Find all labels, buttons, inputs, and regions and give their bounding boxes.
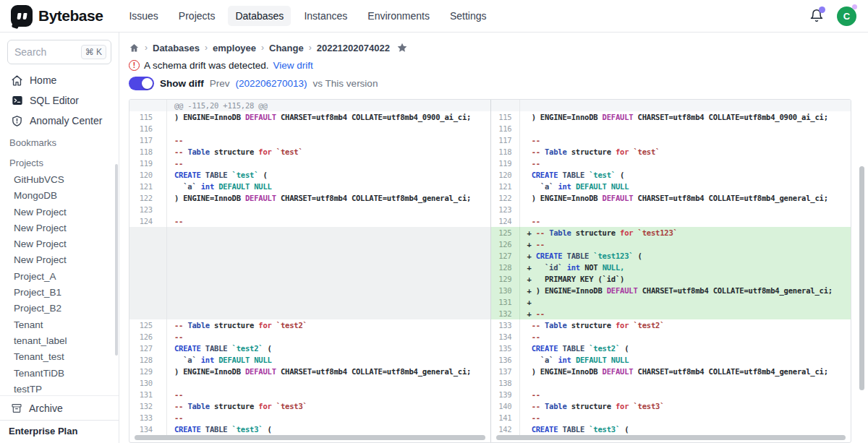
diff-line: 131-- [129, 389, 490, 400]
diff-line [129, 262, 490, 273]
code-token: ) ENGINE=InnoDB [536, 286, 607, 295]
sidebar-item-project[interactable]: New Project [0, 236, 119, 251]
nav-item-projects[interactable]: Projects [171, 6, 223, 26]
diff-line [129, 227, 490, 238]
show-diff-toggle[interactable] [129, 77, 154, 90]
code-token: `id` [545, 263, 563, 272]
line-number: 124 [491, 215, 520, 227]
line-number: 119 [491, 158, 520, 169]
code-token: for [616, 147, 629, 156]
sidebar-item-project[interactable]: New Project [0, 204, 119, 220]
code-token: CREATE [532, 344, 558, 353]
avatar-letter: C [843, 11, 850, 22]
line-number: 130 [129, 377, 167, 389]
user-avatar[interactable]: C [837, 7, 856, 26]
notifications-bell-icon[interactable] [809, 9, 824, 23]
code-token: TABLE [567, 251, 590, 260]
breadcrumb-home-icon[interactable] [129, 43, 140, 53]
code-token: structure [210, 321, 258, 330]
sidebar-item-project[interactable]: Tenant_test [0, 348, 119, 364]
code-token: ) ENGINE=InnoDB [532, 194, 603, 202]
sidebar-item-project[interactable]: GitHubVCS [0, 171, 119, 187]
brand[interactable]: Bytebase [0, 5, 113, 27]
line-code [167, 227, 490, 238]
sidebar-item-anomaly-center[interactable]: Anomaly Center [0, 111, 119, 131]
code-token: Table [187, 402, 210, 410]
code-token: for [616, 321, 629, 330]
sidebar-item-project[interactable]: Project_B1 [0, 284, 119, 300]
sidebar-item-project[interactable]: testTP [0, 381, 119, 395]
nav-item-issues[interactable]: Issues [122, 6, 165, 26]
code-token: int [201, 356, 214, 364]
diff-line: 118 -- Table structure for `test` [491, 146, 851, 158]
sidebar-scrollbar-thumb[interactable] [115, 164, 118, 356]
right-pane-horizontal-scrollbar[interactable] [496, 435, 846, 440]
line-code: `a` int DEFAULT NULL [167, 181, 490, 192]
code-token: -- [532, 147, 545, 156]
line-code [167, 308, 490, 319]
sidebar-item-project[interactable]: MongoDB [0, 187, 119, 203]
nav-item-databases[interactable]: Databases [228, 6, 291, 26]
breadcrumb-item[interactable]: Change [269, 43, 304, 53]
line-number: 130 [491, 285, 520, 296]
sidebar-item-project[interactable]: Project_B2 [0, 300, 119, 316]
diff-line: 115 ) ENGINE=InnoDB DEFAULT CHARSET=utf8… [491, 111, 851, 123]
notification-badge [819, 7, 825, 13]
sidebar-item-project[interactable]: New Project [0, 220, 119, 236]
line-number: 124 [129, 215, 167, 227]
line-number [129, 238, 167, 250]
search-shortcut-badge: ⌘ K [81, 45, 106, 59]
nav-item-instances[interactable]: Instances [297, 6, 354, 26]
left-pane-horizontal-scrollbar[interactable] [135, 435, 485, 440]
sidebar-item-project[interactable]: tenant_label [0, 332, 119, 348]
nav-item-environments[interactable]: Environments [360, 6, 437, 26]
line-code [167, 273, 490, 285]
code-token: structure [567, 402, 616, 410]
code-token: DEFAULT NULL [576, 182, 629, 191]
line-code: -- Table structure for `test` [520, 146, 851, 158]
diff-pane-current[interactable]: 115 ) ENGINE=InnoDB DEFAULT CHARSET=utf8… [490, 100, 851, 442]
diff-line: 137 ) ENGINE=InnoDB DEFAULT CHARSET=utf8… [491, 366, 851, 377]
line-number: 119 [129, 158, 167, 169]
nav-item-settings[interactable]: Settings [443, 6, 494, 26]
sidebar-item-sql-editor[interactable]: SQL Editor [0, 90, 119, 111]
code-token [174, 182, 183, 191]
line-code: ) ENGINE=InnoDB DEFAULT CHARSET=utf8mb4 … [520, 366, 851, 377]
breadcrumb-separator: › [205, 43, 208, 53]
breadcrumb-item[interactable]: Databases [153, 43, 200, 53]
line-number: 132 [129, 400, 167, 412]
breadcrumb-item[interactable]: employee [213, 43, 256, 53]
code-token: -- [532, 136, 540, 145]
search-box[interactable]: ⌘ K [7, 40, 111, 64]
line-number: 136 [491, 354, 520, 366]
favorite-star-icon[interactable] [396, 42, 408, 53]
line-code: ) ENGINE=InnoDB DEFAULT CHARSET=utf8mb4 … [520, 192, 851, 204]
code-token: TABLE [205, 171, 228, 179]
view-drift-link[interactable]: View drift [273, 60, 313, 71]
line-code [167, 377, 490, 389]
line-code [520, 123, 851, 134]
line-code: -- [520, 412, 851, 423]
sidebar-item-project[interactable]: Project_A [0, 268, 119, 284]
sidebar-item-label: Home [30, 74, 56, 86]
diff-line: 132-- Table structure for `test3` [129, 400, 490, 412]
code-token: int [558, 182, 571, 191]
diff-marker: + [527, 286, 536, 295]
sidebar-item-archive[interactable]: Archive [0, 395, 119, 420]
main-vertical-scrollbar[interactable] [859, 166, 864, 390]
line-number: 142 [491, 423, 520, 435]
sidebar-item-project[interactable]: New Project [0, 251, 119, 267]
diff-line [491, 100, 851, 111]
diff-marker: + [527, 251, 536, 260]
prev-version-link[interactable]: (202206270013) [236, 78, 307, 89]
search-input[interactable] [14, 46, 72, 58]
line-number [129, 296, 167, 308]
breadcrumb-item[interactable]: 20221202074022 [317, 43, 390, 53]
sidebar-item-home[interactable]: Home [0, 70, 119, 90]
sidebar-item-project[interactable]: Tenant [0, 317, 119, 332]
line-code [167, 285, 490, 296]
code-token: CHARSET=utf8mb4 COLLATE=utf8mb4_general_… [638, 286, 833, 295]
sidebar-item-project[interactable]: TenantTiDB [0, 365, 119, 381]
line-code: -- [520, 215, 851, 227]
diff-pane-previous[interactable]: @@ -115,20 +115,28 @@115) ENGINE=InnoDB … [129, 100, 490, 442]
